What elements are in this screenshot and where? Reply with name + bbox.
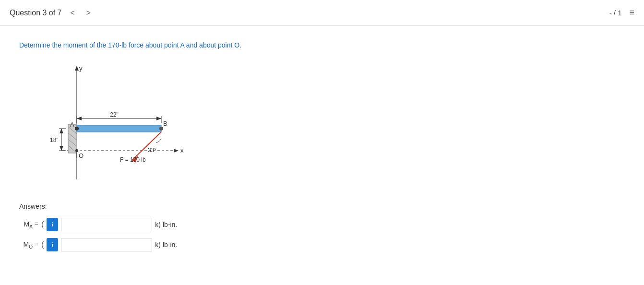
mo-unit: k) lb-in.	[155, 241, 177, 249]
svg-marker-19	[60, 146, 63, 151]
svg-rect-9	[77, 125, 161, 132]
ma-row: MA = ( i k) lb-in.	[19, 218, 625, 231]
ma-label: MA =	[19, 220, 38, 229]
svg-marker-3	[174, 149, 179, 153]
ma-input[interactable]	[61, 218, 152, 231]
diagram-svg: y x A B	[29, 62, 192, 187]
point-b-label: B	[163, 120, 167, 127]
next-button[interactable]: >	[83, 7, 94, 19]
mo-open-paren: (	[41, 240, 44, 249]
mo-label: MO =	[19, 240, 38, 249]
answers-title: Answers:	[19, 202, 625, 210]
x-axis-label: x	[180, 147, 184, 154]
dim-18-label: 18"	[50, 137, 59, 143]
ma-unit: k) lb-in.	[155, 221, 177, 228]
y-axis-label: y	[79, 65, 83, 72]
main-content: Determine the moment of the 170-lb force…	[0, 26, 644, 285]
svg-marker-11	[77, 117, 82, 120]
score-label: - / 1	[609, 9, 622, 17]
point-b-dot	[159, 127, 163, 131]
header-left: Question 3 of 7 < >	[10, 7, 94, 19]
force-label: F = 170 lb	[120, 156, 146, 163]
ma-info-button[interactable]: i	[47, 218, 58, 231]
point-o-label: O	[79, 152, 83, 159]
menu-icon[interactable]: ≡	[629, 8, 634, 18]
svg-marker-12	[156, 117, 161, 120]
dim-22-label: 22"	[110, 111, 119, 118]
prev-button[interactable]: <	[68, 7, 78, 19]
svg-marker-18	[60, 129, 63, 133]
header: Question 3 of 7 < > - / 1 ≡	[0, 0, 644, 26]
mo-info-button[interactable]: i	[47, 238, 58, 251]
header-right: - / 1 ≡	[609, 8, 634, 18]
answers-section: Answers: MA = ( i k) lb-in. MO = ( i k) …	[19, 202, 625, 251]
svg-marker-1	[75, 66, 79, 71]
mo-row: MO = ( i k) lb-in.	[19, 238, 625, 251]
diagram-container: y x A B	[29, 62, 625, 188]
question-text: Determine the moment of the 170-lb force…	[19, 40, 625, 50]
angle-label: 33°	[148, 147, 156, 154]
point-a-dot	[75, 127, 79, 131]
point-a-label: A	[70, 121, 74, 128]
mo-input[interactable]	[61, 238, 152, 251]
ma-open-paren: (	[41, 220, 44, 229]
question-label: Question 3 of 7	[10, 9, 62, 17]
